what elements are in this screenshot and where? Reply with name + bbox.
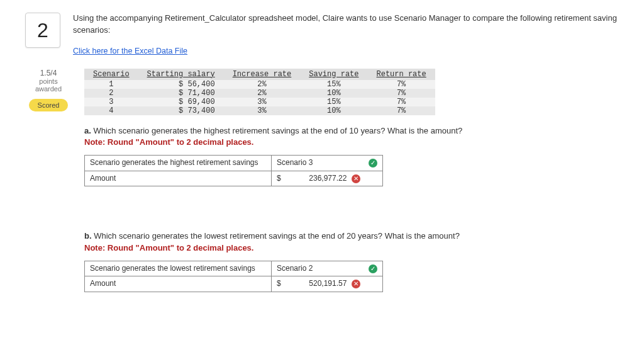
check-icon: ✓ [369, 264, 377, 273]
answer-a-scenario-cell[interactable]: Scenario 3 ✓ [272, 156, 383, 171]
table-row: 4 $ 73,400 3% 10% 7% [84, 106, 435, 115]
answer-a-desc1: Scenario generates the highest retiremen… [85, 156, 272, 171]
points-value: 1.5/4 [25, 69, 72, 77]
check-icon: ✓ [369, 159, 377, 167]
question-part-a: a. Which scenario generates the highest … [84, 125, 619, 187]
points-label: points awarded [25, 77, 72, 93]
answer-b-amount-cell[interactable]: $ 520,191.57 ✕ [272, 276, 383, 292]
part-a-text: Which scenario generates the highest ret… [93, 126, 462, 135]
part-a-label: a. [84, 126, 91, 135]
question-number: 2 [37, 19, 48, 42]
cross-icon: ✕ [352, 280, 360, 288]
part-a-note: Note: Round "Amount" to 2 decimal places… [84, 137, 253, 147]
points-sidebar: 1.5/4 points awarded Scored [25, 69, 72, 111]
cross-icon: ✕ [352, 174, 360, 183]
answer-table-b: Scenario generates the lowest retirement… [84, 261, 383, 292]
col-increase-rate: Increase rate [224, 69, 301, 80]
question-number-box: 2 [25, 13, 60, 48]
answer-a-amount-cell[interactable]: $ 236,977.22 ✕ [272, 171, 383, 186]
answer-b-scenario-cell[interactable]: Scenario 2 ✓ [272, 261, 383, 276]
answer-table-a: Scenario generates the highest retiremen… [84, 155, 383, 186]
answer-b-desc1: Scenario generates the lowest retirement… [85, 261, 272, 276]
answer-a-desc2: Amount [85, 171, 272, 186]
question-part-b: b. Which scenario generates the lowest r… [84, 230, 619, 292]
scored-badge: Scored [29, 99, 69, 111]
question-intro: Using the accompanying Retirement_Calcul… [73, 13, 619, 57]
scenario-data-table: Scenario Starting salary Increase rate S… [84, 69, 435, 115]
col-scenario: Scenario [84, 69, 138, 80]
col-saving-rate: Saving rate [300, 69, 367, 80]
table-row: 2 $ 71,400 2% 10% 7% [84, 89, 435, 98]
part-b-note: Note: Round "Amount" to 2 decimal places… [84, 243, 253, 253]
answer-b-desc2: Amount [85, 276, 272, 292]
table-row: 1 $ 56,400 2% 15% 7% [84, 80, 435, 89]
excel-data-link[interactable]: Click here for the Excel Data File [73, 45, 187, 57]
part-b-label: b. [84, 231, 92, 241]
col-starting-salary: Starting salary [138, 69, 224, 80]
part-b-text: Which scenario generates the lowest reti… [94, 231, 460, 241]
col-return-rate: Return rate [367, 69, 435, 80]
table-row: 3 $ 69,400 3% 15% 7% [84, 98, 435, 106]
